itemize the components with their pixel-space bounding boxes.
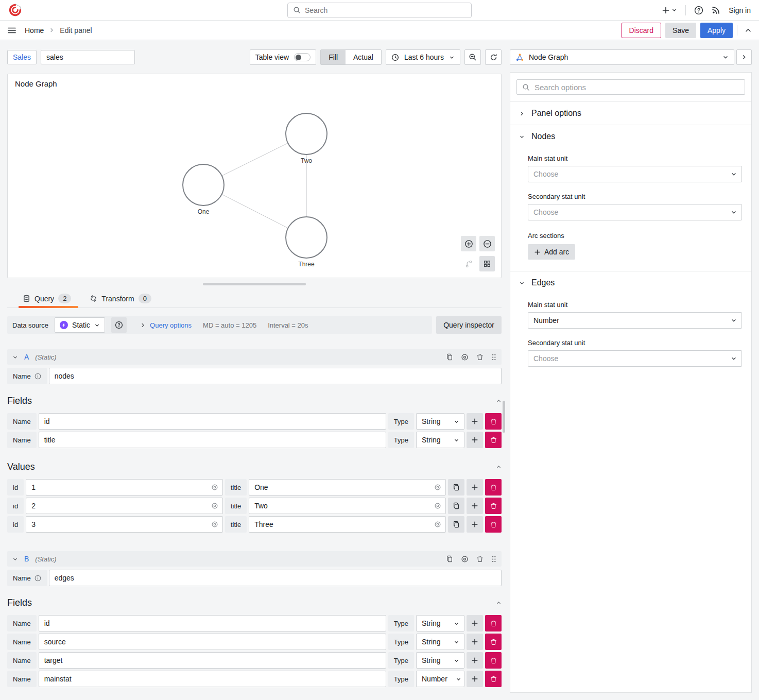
add-field-button[interactable] xyxy=(467,413,483,430)
table-view-toggle[interactable] xyxy=(294,53,310,61)
duplicate-value-button[interactable] xyxy=(448,516,464,533)
field-name-input[interactable] xyxy=(39,671,386,687)
graph-zoom-in-button[interactable] xyxy=(461,236,476,251)
global-search-input[interactable] xyxy=(305,6,466,14)
query-row-b-header[interactable]: B (Static) xyxy=(7,551,502,567)
collapse-options-pane-button[interactable] xyxy=(736,49,752,65)
fill-option[interactable]: Fill xyxy=(321,50,346,64)
value-id-input[interactable] xyxy=(26,498,223,514)
graph-hierarchy-layout-button[interactable] xyxy=(461,256,476,271)
query-scrollbar-thumb[interactable] xyxy=(503,401,505,433)
datasource-help-button[interactable] xyxy=(111,317,127,333)
pane-resize-handle[interactable] xyxy=(203,283,306,285)
section-panel-options[interactable]: Panel options xyxy=(510,102,751,125)
help-icon[interactable] xyxy=(694,6,703,15)
news-rss-icon[interactable] xyxy=(712,6,720,14)
delete-field-button[interactable] xyxy=(485,413,502,430)
field-type-select[interactable]: String xyxy=(416,413,464,430)
save-button[interactable]: Save xyxy=(665,23,696,38)
value-id-input[interactable] xyxy=(26,479,223,496)
add-field-button[interactable] xyxy=(467,432,483,448)
global-search-box[interactable] xyxy=(287,3,472,18)
delete-value-button[interactable] xyxy=(485,498,502,514)
graph-node[interactable]: One xyxy=(183,164,224,215)
field-type-select[interactable]: String xyxy=(416,432,464,448)
nodes-main-stat-unit-select[interactable]: Choose xyxy=(528,166,742,182)
chevron-up-icon[interactable] xyxy=(745,27,752,34)
value-title-input[interactable] xyxy=(249,516,446,533)
datasource-picker[interactable]: Static xyxy=(55,317,105,333)
add-field-button[interactable] xyxy=(467,652,483,669)
panel-title[interactable]: Node Graph xyxy=(15,79,57,88)
graph-grid-layout-button[interactable] xyxy=(479,256,495,271)
add-field-button[interactable] xyxy=(467,671,483,687)
collapse-section-icon[interactable] xyxy=(496,600,502,606)
field-name-input[interactable] xyxy=(39,432,386,448)
eye-icon[interactable] xyxy=(434,502,441,509)
duplicate-query-icon[interactable] xyxy=(446,353,453,361)
collapse-section-icon[interactable] xyxy=(496,398,502,404)
actual-option[interactable]: Actual xyxy=(346,50,381,64)
field-type-select[interactable]: String xyxy=(416,634,464,650)
drag-handle-icon[interactable] xyxy=(491,555,496,563)
graph-node[interactable]: Three xyxy=(286,217,327,268)
chevron-down-icon[interactable] xyxy=(12,354,18,360)
delete-field-button[interactable] xyxy=(485,615,502,631)
add-value-button[interactable] xyxy=(467,498,483,514)
options-search-input[interactable] xyxy=(534,83,739,92)
node-graph-canvas[interactable]: One Two Three xyxy=(8,74,501,278)
query-row-a-header[interactable]: A (Static) xyxy=(7,349,502,365)
sign-in-link[interactable]: Sign in xyxy=(729,6,751,14)
field-type-select[interactable]: String xyxy=(416,652,464,669)
graph-node[interactable]: Two xyxy=(286,113,327,164)
duplicate-value-button[interactable] xyxy=(448,479,464,496)
add-field-button[interactable] xyxy=(467,634,483,650)
eye-icon[interactable] xyxy=(211,484,218,491)
section-nodes[interactable]: Nodes xyxy=(510,125,751,148)
add-value-button[interactable] xyxy=(467,516,483,533)
chevron-down-icon[interactable] xyxy=(12,556,18,562)
delete-query-trash-icon[interactable] xyxy=(476,353,484,361)
eye-icon[interactable] xyxy=(434,484,441,491)
tab-transform[interactable]: Transform 0 xyxy=(90,289,151,308)
add-value-button[interactable] xyxy=(467,479,483,496)
delete-field-button[interactable] xyxy=(485,652,502,669)
eye-icon[interactable] xyxy=(211,502,218,509)
query-inspector-button[interactable]: Query inspector xyxy=(436,316,502,334)
grafana-logo-icon[interactable] xyxy=(8,3,22,17)
query-name-input[interactable] xyxy=(49,570,502,586)
visualization-picker[interactable]: Node Graph xyxy=(510,49,734,65)
collapse-section-icon[interactable] xyxy=(496,464,502,470)
eye-icon[interactable] xyxy=(434,521,441,528)
field-name-input[interactable] xyxy=(39,652,386,669)
delete-value-button[interactable] xyxy=(485,479,502,496)
delete-query-trash-icon[interactable] xyxy=(476,555,484,562)
menu-hamburger-icon[interactable] xyxy=(7,26,16,35)
nodes-secondary-stat-unit-select[interactable]: Choose xyxy=(528,204,742,220)
dashboard-tag[interactable]: Sales xyxy=(7,50,37,64)
value-id-input[interactable] xyxy=(26,516,223,533)
query-options-toggle[interactable]: Query options xyxy=(150,321,192,329)
breadcrumb-home[interactable]: Home xyxy=(25,26,44,35)
duplicate-query-icon[interactable] xyxy=(446,555,453,562)
value-title-input[interactable] xyxy=(249,498,446,514)
delete-field-button[interactable] xyxy=(485,432,502,448)
refresh-button[interactable] xyxy=(485,49,502,65)
discard-button[interactable]: Discard xyxy=(622,23,661,38)
time-zoom-out-button[interactable] xyxy=(464,49,481,65)
delete-value-button[interactable] xyxy=(485,516,502,533)
hide-query-eye-icon[interactable] xyxy=(461,555,469,563)
eye-icon[interactable] xyxy=(211,521,218,528)
field-type-select[interactable]: Number xyxy=(416,671,464,687)
add-field-button[interactable] xyxy=(467,615,483,631)
field-name-input[interactable] xyxy=(39,413,386,430)
hide-query-eye-icon[interactable] xyxy=(461,353,469,361)
field-name-input[interactable] xyxy=(39,634,386,650)
add-arc-button[interactable]: Add arc xyxy=(528,244,575,260)
drag-handle-icon[interactable] xyxy=(491,353,496,361)
field-type-select[interactable]: String xyxy=(416,615,464,631)
apply-button[interactable]: Apply xyxy=(700,23,733,38)
edges-secondary-stat-unit-select[interactable]: Choose xyxy=(528,350,742,367)
panel-title-search-input[interactable] xyxy=(41,50,135,64)
field-name-input[interactable] xyxy=(39,615,386,631)
